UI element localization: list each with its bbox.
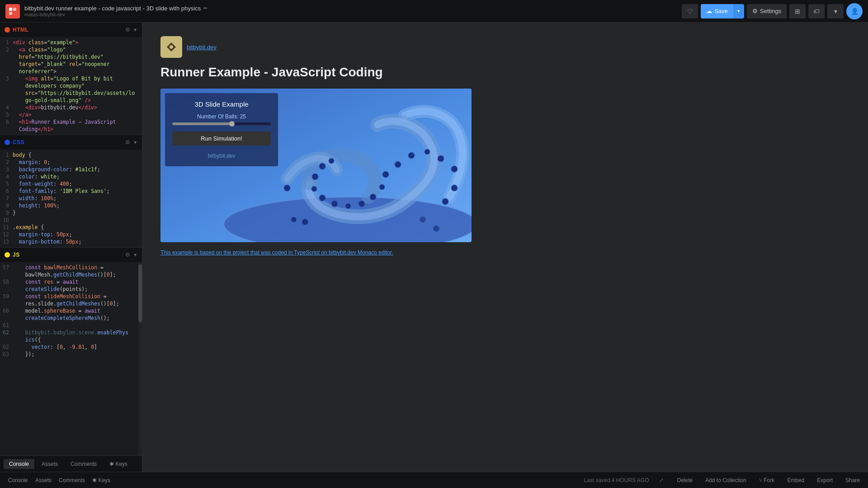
sim-slider-track [172,122,271,125]
svg-point-14 [382,171,389,178]
css-label: CSS [5,139,24,145]
save-button[interactable]: ☁ Save [701,4,733,19]
code-line: 6 <h1>Runner Example – JavaScript [0,118,142,126]
export-button[interactable]: Export [814,475,835,485]
top-bar-actions: ♡ ☁ Save ▾ ⚙ Settings ⊞ 🏷 ▾ 👤 [682,3,863,19]
code-line: 12 margin-top: 50px; [0,231,142,238]
js-section-header: JS ⚙ ▾ [0,248,142,262]
html-section: HTML ⚙ ▾ 1 <div class="example"> 2 <a cl… [0,23,142,135]
tab-assets[interactable]: Assets [36,459,63,469]
svg-point-25 [451,185,458,191]
code-line: 10 [0,216,142,224]
share-button[interactable]: Share [843,475,863,485]
embed-button[interactable]: Embed [784,475,807,485]
more-options-button[interactable]: ▾ [827,4,844,19]
code-line: 6 font-family: 'IBM Plex Sans'; [0,188,142,195]
svg-point-4 [170,45,173,49]
svg-point-13 [395,161,401,168]
code-line: noreferrer"> [0,68,142,75]
page-title-text: bitbybit.dev runner example - code javas… [24,5,201,12]
tab-keys-label: ✱ Keys [109,461,127,467]
preview-source: bitbybit.dev [160,36,850,58]
source-logo [160,36,182,58]
svg-point-12 [408,152,415,159]
save-dropdown-button[interactable]: ▾ [733,4,744,19]
js-collapse-button[interactable]: ▾ [133,251,137,259]
svg-point-26 [442,198,448,205]
svg-point-9 [451,166,458,172]
code-line: 62 bitbybit.babylon.scene.enablePhys [0,329,137,336]
add-to-collection-button[interactable]: Add to Collection [703,475,749,485]
fork-button[interactable]: ⑂ Fork [756,475,777,485]
tab-console-bottom[interactable]: Console [5,475,31,485]
tab-keys-bottom[interactable]: ✱ Keys [90,475,113,485]
js-scrollbar[interactable] [138,262,142,455]
css-settings-button[interactable]: ⚙ [124,138,131,146]
status-bar-left: Console Assets Comments ✱ Keys [5,475,113,485]
fork-icon: ⑂ [759,477,762,483]
tab-assets-bottom[interactable]: Assets [33,475,54,485]
code-line: 57 const bawlMeshCollision = [0,264,137,271]
settings-button[interactable]: ⚙ Settings [747,4,787,19]
sim-slider-thumb [229,121,235,127]
page-subtitle: matas-bitbybit-dev [24,12,682,17]
js-controls: ⚙ ▾ [124,251,137,259]
html-settings-button[interactable]: ⚙ [124,26,131,34]
code-line: href="https://bitbybit.dev" [0,53,142,61]
css-code-editor: 1 body { 2 margin: 0; 3 background-color… [0,150,142,247]
preview-title: Runner Example - JavaScript Coding [160,65,850,80]
avatar[interactable]: 👤 [846,3,863,19]
html-collapse-button[interactable]: ▾ [133,26,137,34]
sim-slider-fill [172,122,231,125]
like-button[interactable]: ♡ [682,4,698,19]
svg-rect-2 [9,12,12,15]
svg-point-31 [433,225,439,232]
code-line: developers company" [0,82,142,89]
code-line: target="_blank" rel="noopener [0,61,142,68]
css-label-text: CSS [13,139,24,145]
preview-canvas: 3D Slide Example Number Of Balls: 25 Run… [160,89,472,242]
sim-brand: bitbybit.dev [172,153,271,159]
source-link[interactable]: bitbybit.dev [187,44,217,51]
svg-point-27 [284,185,290,191]
code-line: 61 [0,322,137,329]
tab-keys[interactable]: ✱ Keys [104,459,133,469]
sim-panel-title: 3D Slide Example [172,100,271,108]
bookmark-button[interactable]: 🏷 [808,4,825,19]
open-external-icon: ⤢ [659,477,664,483]
svg-point-29 [302,219,308,225]
delete-button[interactable]: Delete [674,475,695,485]
code-line: 3 background-color: #1a1c1f; [0,166,142,173]
code-line: 63 }); [0,351,137,358]
code-line: 59 const slideMeshCollision = [0,293,137,300]
svg-rect-0 [9,8,12,11]
edit-icon[interactable]: ✏ [203,5,208,11]
tab-console[interactable]: Console [4,459,34,469]
code-line: bawlMesh.getChildMeshes()[0]; [0,271,137,278]
js-code-editor: 57 const bawlMeshCollision = bawlMesh.ge… [0,262,142,455]
heart-icon: ♡ [687,8,693,15]
code-line: 13 margin-bottom: 50px; [0,238,142,245]
code-line: 8 height: 100%; [0,202,142,209]
code-line: go-gold-small.png" /> [0,97,142,104]
js-section: JS ⚙ ▾ 57 const bawlMeshCollision = bawl [0,248,142,455]
code-line: 5 </a> [0,111,142,118]
code-line: 62 vector: [0, -9.81, 0] [0,343,137,351]
css-collapse-button[interactable]: ▾ [133,138,137,146]
tab-console-label: Console [9,461,29,467]
css-dot [5,140,10,145]
status-bar-right: Last saved 4 HOURS AGO ⤢ Delete Add to C… [584,475,863,486]
js-settings-button[interactable]: ⚙ [124,251,131,259]
html-code-editor: 1 <div class="example"> 2 <a class="logo… [0,37,142,135]
code-line: res.slide.getChildMeshes()[0]; [0,300,137,307]
svg-point-10 [438,155,444,162]
css-section: CSS ⚙ ▾ 1 body { 2 margin: 0; 3 [0,135,142,248]
svg-rect-1 [13,8,16,11]
tab-comments-bottom[interactable]: Comments [56,475,88,485]
tab-comments[interactable]: Comments [65,459,102,469]
code-line: 5 font-weight: 400; [0,180,142,188]
run-simulation-button[interactable]: Run Simulation! [172,131,271,145]
grid-view-button[interactable]: ⊞ [789,4,806,19]
open-external-button[interactable]: ⤢ [656,475,667,486]
preview-reference-link[interactable]: This example is based on the project tha… [160,249,850,256]
